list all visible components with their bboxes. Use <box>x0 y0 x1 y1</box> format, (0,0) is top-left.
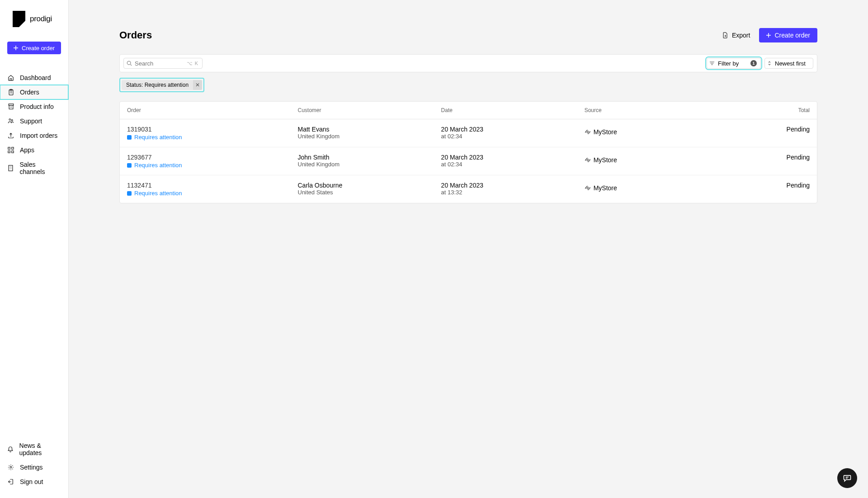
order-id: 1132471 <box>127 182 298 189</box>
filter-label: Filter by <box>718 60 739 67</box>
sort-button[interactable]: Newest first <box>764 58 813 69</box>
brand-name: prodigi <box>30 14 52 23</box>
order-status: Requires attention <box>127 190 298 197</box>
order-date: 20 March 2023 <box>441 126 585 133</box>
filter-by-button[interactable]: Filter by 1 <box>707 58 761 69</box>
customer-name: Matt Evans <box>298 126 441 133</box>
sidebar-item-orders[interactable]: Orders <box>0 85 68 99</box>
orders-table-header: Order Customer Date Source Total <box>120 102 817 119</box>
svg-rect-9 <box>12 151 14 153</box>
filter-lines-icon <box>710 61 714 65</box>
customer-country: United States <box>298 189 441 196</box>
sidebar-item-import-orders[interactable]: Import orders <box>0 128 68 143</box>
sidebar-item-product-info[interactable]: Product info <box>0 99 68 114</box>
logo[interactable]: prodigi <box>0 11 68 42</box>
nav-label: Product info <box>20 103 54 110</box>
order-time: at 13:32 <box>441 189 585 196</box>
gear-icon <box>7 464 14 470</box>
order-date: 20 March 2023 <box>441 182 585 189</box>
sidebar-item-support[interactable]: Support <box>0 114 68 128</box>
search-input-wrap[interactable]: ⌥ K <box>123 58 203 69</box>
header-actions: Export Create order <box>722 28 817 42</box>
svg-rect-6 <box>8 147 10 149</box>
status-dot-icon <box>127 135 132 140</box>
search-shortcut: ⌥ K <box>187 61 198 66</box>
sidebar-item-apps[interactable]: Apps <box>0 143 68 157</box>
table-row[interactable]: 1293677 Requires attention John Smith Un… <box>120 147 817 175</box>
col-header-customer: Customer <box>298 107 441 113</box>
svg-point-5 <box>11 120 13 121</box>
people-icon <box>7 118 14 124</box>
table-row[interactable]: 1319031 Requires attention Matt Evans Un… <box>120 119 817 147</box>
customer-country: United Kingdom <box>298 133 441 140</box>
svg-rect-8 <box>8 151 10 153</box>
sidebar-item-sign-out[interactable]: Sign out <box>0 475 68 489</box>
orders-table: Order Customer Date Source Total 1319031… <box>119 101 817 203</box>
create-order-button[interactable]: Create order <box>759 28 817 42</box>
export-button[interactable]: Export <box>722 32 750 39</box>
clipboard-icon <box>7 89 14 95</box>
sort-icon <box>768 61 771 66</box>
customer-name: John Smith <box>298 154 441 161</box>
squarespace-icon <box>585 185 591 191</box>
sign-out-icon <box>7 479 14 485</box>
sidebar-item-settings[interactable]: Settings <box>0 460 68 475</box>
chat-icon <box>843 474 852 483</box>
active-filter-remove[interactable]: ✕ <box>193 80 202 90</box>
order-status-label: Requires attention <box>134 190 182 197</box>
building-icon <box>7 165 14 171</box>
search-icon <box>127 61 132 66</box>
customer-name: Carla Osbourne <box>298 182 441 189</box>
order-source-name: MyStore <box>594 128 617 136</box>
search-input[interactable] <box>135 60 184 67</box>
nav-label: Support <box>20 117 42 125</box>
filter-count-badge: 1 <box>750 60 757 66</box>
create-order-label: Create order <box>774 32 810 39</box>
apps-icon <box>7 147 14 153</box>
order-status-label: Requires attention <box>134 134 182 141</box>
order-status: Requires attention <box>127 134 298 141</box>
order-source-name: MyStore <box>594 184 617 192</box>
main-content: Orders Export Create order <box>69 0 868 498</box>
col-header-total: Total <box>721 107 810 113</box>
order-id: 1293677 <box>127 154 298 161</box>
order-id: 1319031 <box>127 126 298 133</box>
order-status: Requires attention <box>127 162 298 169</box>
active-filter-row: Status: Requires attention ✕ <box>119 78 817 92</box>
squarespace-icon <box>585 157 591 163</box>
active-filter-pill: Status: Requires attention ✕ <box>122 80 202 90</box>
plus-icon <box>14 46 18 50</box>
order-source-name: MyStore <box>594 156 617 164</box>
nav-label: Settings <box>20 464 43 471</box>
nav-label: Sales channels <box>19 161 61 175</box>
order-time: at 02:34 <box>441 133 585 140</box>
svg-rect-10 <box>9 165 13 171</box>
status-dot-icon <box>127 163 132 168</box>
sidebar-create-order-label: Create order <box>22 45 55 52</box>
bell-icon <box>7 446 14 452</box>
nav-label: Apps <box>20 146 34 154</box>
sidebar-item-dashboard[interactable]: Dashboard <box>0 70 68 85</box>
nav-label: News & updates <box>19 442 61 456</box>
page-title: Orders <box>119 29 152 41</box>
col-header-order: Order <box>127 107 298 113</box>
nav-label: Import orders <box>20 132 57 139</box>
order-total: Pending <box>721 126 810 133</box>
sort-label: Newest first <box>775 60 806 67</box>
active-filter-text: Status: Requires attention <box>122 82 193 88</box>
squarespace-icon <box>585 129 591 135</box>
nav-label: Sign out <box>20 478 43 485</box>
logo-icon <box>13 11 25 27</box>
home-icon <box>7 75 14 81</box>
sidebar-item-news[interactable]: News & updates <box>0 438 68 460</box>
sidebar: prodigi Create order Dashboard Orders <box>0 0 69 498</box>
close-icon: ✕ <box>195 82 200 88</box>
sidebar-item-sales-channels[interactable]: Sales channels <box>0 157 68 179</box>
nav-label: Dashboard <box>20 74 51 81</box>
table-row[interactable]: 1132471 Requires attention Carla Osbourn… <box>120 175 817 203</box>
sidebar-create-order-button[interactable]: Create order <box>7 42 61 54</box>
export-label: Export <box>732 32 750 39</box>
chat-widget[interactable] <box>837 468 857 488</box>
svg-point-4 <box>9 119 11 121</box>
order-time: at 02:34 <box>441 161 585 168</box>
